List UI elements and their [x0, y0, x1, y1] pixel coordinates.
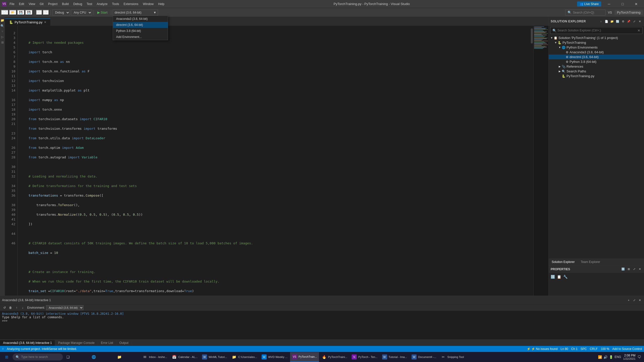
taskbar-edge[interactable]: 🌐	[89, 352, 114, 362]
search-activity-icon[interactable]: 🔍	[0, 24, 5, 28]
taskbar-document4[interactable]: W Document4 -...	[410, 352, 438, 362]
menu-window[interactable]: Window	[141, 2, 156, 6]
close-button[interactable]: ✕	[630, 0, 642, 8]
terminal-new-btn[interactable]: +	[626, 298, 631, 302]
taskbar-calendar[interactable]: 📅 Calendar - AL...	[170, 352, 199, 362]
redo-btn[interactable]: ↷	[43, 10, 49, 15]
save-all-btn[interactable]: 💾	[25, 10, 33, 15]
menu-debug[interactable]: Debug	[71, 2, 84, 6]
tree-item-anaconda3[interactable]: ⚙ Anaconda3 (3.8, 64-bit)	[549, 50, 644, 55]
taskbar-snipping[interactable]: ✂ Snipping Tool	[439, 352, 466, 362]
live-share-button[interactable]: 👥 Live Share	[577, 2, 601, 7]
prop-toolbar-btn[interactable]: 🔠	[551, 275, 555, 279]
tree-item-references[interactable]: ▶ 📎 References	[549, 64, 644, 69]
bottom-tab-interactive[interactable]: Anaconda3 (3.8, 64-bit) Interactive 1	[0, 340, 55, 346]
menu-help[interactable]: Help	[156, 2, 167, 6]
ln-status[interactable]: Ln 80	[560, 347, 568, 351]
save-btn[interactable]: 💾	[17, 10, 25, 15]
platform-select[interactable]: Any CPU	[71, 10, 92, 16]
taskbar-winml[interactable]: W WinML Tutori...	[200, 352, 229, 362]
maximize-button[interactable]: □	[617, 0, 628, 8]
source-control-status[interactable]: Analyzing current project. IntelliSense …	[7, 347, 77, 351]
menu-git[interactable]: Git	[38, 2, 46, 6]
se-float-btn[interactable]: ⤢	[632, 19, 636, 24]
taskbar-pytorch-train[interactable]: VS PyTorchTrain...	[290, 352, 319, 362]
taskbar-tutorial-ima[interactable]: W Tutorial - Ima...	[380, 352, 409, 362]
debug-activity-icon[interactable]: ▷	[0, 35, 5, 39]
menu-extensions[interactable]: Extensions	[122, 2, 140, 6]
taskbar-wvd[interactable]: W WVD Weekly ...	[260, 352, 290, 362]
add-to-source-control[interactable]: Add to Source Control	[612, 347, 642, 351]
action-center-icon[interactable]: 🗨	[637, 355, 641, 359]
terminal-clear-btn[interactable]: 🗑	[8, 305, 13, 310]
explorer-icon[interactable]: 📁	[0, 18, 5, 23]
prop-category-btn[interactable]: ⊞	[626, 267, 631, 272]
menu-view[interactable]: View	[27, 2, 37, 6]
line-ending-status[interactable]: CRLF	[590, 347, 598, 351]
tree-item-py-file[interactable]: 🐍 PyTorchTraining.py	[549, 74, 644, 78]
tree-item-python38[interactable]: ⚙ Python 3.8 (64-bit)	[549, 59, 644, 64]
prop-close-btn[interactable]: ✕	[637, 267, 642, 272]
tab-close-btn[interactable]: ✕	[44, 21, 46, 24]
config-select[interactable]: Debug	[52, 10, 70, 16]
tree-item-python-envs[interactable]: ▼ 🌐 Python Environments	[549, 45, 644, 50]
se-pin-btn[interactable]: 📌	[626, 19, 631, 24]
env-option-python38[interactable]: Python 3.8 (64-bit)	[113, 28, 168, 34]
menu-tools[interactable]: Tools	[110, 2, 121, 6]
se-footer-tab-team[interactable]: Team Explorer	[578, 259, 603, 265]
tab-pytorchtraining[interactable]: 🐍 PyTorchTraining.py ✕	[5, 19, 50, 26]
network-icon[interactable]: 📶	[598, 355, 602, 359]
issues-status[interactable]: ⚡ ⚡ No issues found	[527, 347, 558, 351]
menu-analyze[interactable]: Analyze	[95, 2, 110, 6]
extensions-icon[interactable]: ⊞	[0, 40, 5, 45]
se-footer-tab-solution[interactable]: Solution Explorer	[549, 259, 578, 265]
menu-project[interactable]: Project	[46, 2, 59, 6]
terminal-up-btn[interactable]: ↑	[14, 305, 19, 310]
se-new-file-btn[interactable]: 📄	[604, 19, 609, 24]
new-file-btn[interactable]: 📄	[1, 10, 9, 15]
scroll-thumb[interactable]	[531, 28, 533, 43]
encoding-status[interactable]: SPC	[581, 347, 587, 351]
menu-file[interactable]: File	[8, 2, 16, 6]
minimize-button[interactable]: ─	[603, 0, 615, 8]
prop-toolbar-btn2[interactable]: 📋	[557, 275, 561, 279]
tree-item-solution[interactable]: ▼ 📋 Solution 'PyTorchTraining' (1 of 1 p…	[549, 35, 644, 40]
prop-sort-btn[interactable]: 🔠	[621, 267, 625, 272]
terminal-close-btn[interactable]: ✕	[637, 298, 642, 302]
taskbar-explorer-app[interactable]: 📁 C:\Users\alex...	[230, 352, 259, 362]
se-refresh-btn[interactable]: 🔄	[615, 19, 620, 24]
undo-btn[interactable]: ↶	[36, 10, 42, 15]
prop-float-btn[interactable]: ⤢	[632, 267, 636, 272]
terminal-float-btn[interactable]: ⤢	[632, 298, 636, 302]
prop-toolbar-btn3[interactable]: 🔧	[563, 275, 568, 279]
start-button[interactable]: ▶ Start	[95, 10, 109, 15]
menu-test[interactable]: Test	[85, 2, 94, 6]
env-option-anaconda3[interactable]: Anaconda3 (3.8, 64-bit)	[113, 16, 168, 22]
se-settings-btn[interactable]: ⚙	[621, 19, 625, 24]
bottom-tab-error-list[interactable]: Error List	[98, 340, 116, 346]
code-content[interactable]: # Import the needed packages import torc…	[18, 26, 533, 296]
taskbar-file-explorer[interactable]: 📁	[115, 352, 140, 362]
se-close-btn[interactable]: ✕	[637, 19, 642, 24]
terminal-down-btn[interactable]: ↓	[20, 305, 25, 310]
battery-icon[interactable]: 🔋	[609, 355, 613, 359]
taskbar-task-view[interactable]: ❑	[63, 352, 89, 362]
se-new-folder-btn[interactable]: 📁	[610, 19, 614, 24]
taskbar-clock[interactable]: 2:08 PM 1/22/2021	[623, 354, 635, 360]
taskbar-mail[interactable]: ✉ Inbox - Ieshe...	[140, 352, 169, 362]
scroll-track[interactable]	[531, 26, 533, 296]
env-dropdown[interactable]: directml (3.6, 64-bit) ▼	[113, 10, 158, 16]
taskbar-pytorch-ten[interactable]: N PyTorch - Ten...	[350, 352, 379, 362]
menu-edit[interactable]: Edit	[17, 2, 26, 6]
taskbar-search[interactable]: 🔍 Type here to search	[13, 353, 63, 360]
env-option-add[interactable]: Add Environment...	[113, 34, 168, 40]
zoom-status[interactable]: 100 %	[601, 347, 609, 351]
env-option-directml[interactable]: directml (3.6, 64-bit)	[113, 22, 168, 28]
tree-item-project[interactable]: ▼ 🐍 PyTorchTraining	[549, 40, 644, 45]
git-icon[interactable]: ⑂	[0, 29, 5, 34]
se-collapse-btn[interactable]: ↑	[599, 19, 603, 24]
col-status[interactable]: Ch 1	[571, 347, 578, 351]
bottom-tab-package-manager[interactable]: Package Manager Console	[55, 340, 98, 346]
bottom-tab-output[interactable]: Output	[116, 340, 132, 346]
open-btn[interactable]: 📂	[9, 10, 17, 15]
